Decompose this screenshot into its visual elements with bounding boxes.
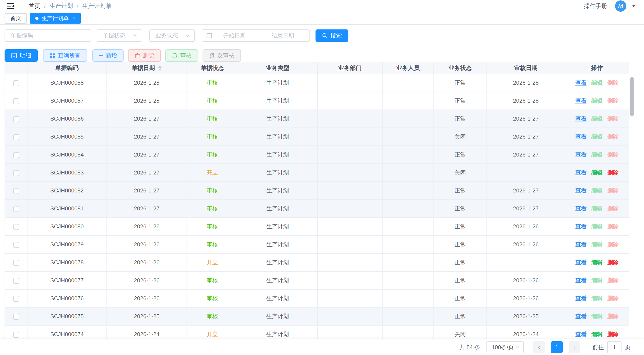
edit-link[interactable]: 编辑 xyxy=(592,98,603,104)
row-checkbox[interactable] xyxy=(13,80,19,86)
row-checkbox[interactable] xyxy=(13,332,19,338)
query-all-button[interactable]: 查询所有 xyxy=(43,49,87,62)
next-page-button[interactable]: › xyxy=(569,341,580,353)
edit-link[interactable]: 编辑 xyxy=(592,151,603,158)
edit-link[interactable]: 编辑 xyxy=(592,295,603,302)
delete-link[interactable]: 删除 xyxy=(608,223,619,230)
delete-link[interactable]: 删除 xyxy=(608,331,619,338)
code-search-input[interactable]: 单据编码 xyxy=(4,30,91,42)
view-link[interactable]: 查看 xyxy=(576,116,587,122)
view-link[interactable]: 查看 xyxy=(576,205,587,212)
row-checkbox[interactable] xyxy=(13,314,19,320)
row-checkbox-cell xyxy=(5,110,27,128)
row-checkbox[interactable] xyxy=(13,170,19,176)
view-link[interactable]: 查看 xyxy=(576,187,587,194)
view-link[interactable]: 查看 xyxy=(576,295,587,302)
tab-close-icon[interactable]: × xyxy=(72,16,76,21)
delete-link[interactable]: 删除 xyxy=(608,205,619,212)
edit-link[interactable]: 编辑 xyxy=(592,259,603,266)
breadcrumb: 首页 / 生产计划 / 生产计划单 xyxy=(28,2,112,10)
current-page-button[interactable]: 1 xyxy=(551,341,563,353)
unaudit-button[interactable]: 反审核 xyxy=(202,49,241,62)
audit-button[interactable]: 审核 xyxy=(165,49,198,62)
add-button[interactable]: + 新增 xyxy=(92,49,124,62)
date-range-picker[interactable]: 开始日期 - 结束日期 xyxy=(202,30,310,42)
manual-link[interactable]: 操作手册 xyxy=(584,2,607,10)
delete-link[interactable]: 删除 xyxy=(608,187,619,194)
edit-link[interactable]: 编辑 xyxy=(592,241,603,248)
breadcrumb-home[interactable]: 首页 xyxy=(28,2,40,10)
edit-link[interactable]: 编辑 xyxy=(592,187,603,194)
view-link[interactable]: 查看 xyxy=(576,331,587,338)
end-date-input[interactable]: 结束日期 xyxy=(260,32,305,40)
row-checkbox[interactable] xyxy=(13,242,19,248)
detail-button[interactable]: 明细 xyxy=(4,49,38,62)
view-link[interactable]: 查看 xyxy=(576,259,587,266)
row-checkbox[interactable] xyxy=(13,224,19,230)
row-checkbox[interactable] xyxy=(13,278,19,284)
cell-code: SCJH000084 xyxy=(27,146,107,164)
edit-link[interactable]: 编辑 xyxy=(592,277,603,284)
row-checkbox[interactable] xyxy=(13,98,19,104)
biz-status-select[interactable]: 业务状态 xyxy=(149,30,195,42)
cell-doc-status: 审核 xyxy=(187,236,238,254)
view-link[interactable]: 查看 xyxy=(576,151,587,158)
tab-production-plan[interactable]: 生产计划单 × xyxy=(30,13,81,24)
cell-date: 2026-1-28 xyxy=(107,92,187,110)
row-checkbox[interactable] xyxy=(13,152,19,158)
row-checkbox[interactable] xyxy=(13,260,19,266)
search-button[interactable]: 搜索 xyxy=(316,30,348,42)
delete-link[interactable]: 删除 xyxy=(608,259,619,266)
page-size-select[interactable]: 100条/页 xyxy=(486,341,524,353)
delete-link[interactable]: 删除 xyxy=(608,98,619,104)
edit-link[interactable]: 编辑 xyxy=(592,331,603,338)
row-checkbox[interactable] xyxy=(13,188,19,194)
row-checkbox[interactable] xyxy=(13,134,19,140)
breadcrumb-category[interactable]: 生产计划 xyxy=(50,2,73,10)
goto-page-input[interactable] xyxy=(607,341,622,353)
cell-code: SCJH000080 xyxy=(27,218,107,236)
row-checkbox[interactable] xyxy=(13,206,19,212)
delete-link[interactable]: 删除 xyxy=(608,80,619,86)
edit-link[interactable]: 编辑 xyxy=(592,133,603,140)
tab-home[interactable]: 首页 xyxy=(4,13,26,24)
view-link[interactable]: 查看 xyxy=(576,133,587,140)
user-menu-caret-icon[interactable] xyxy=(632,5,636,7)
delete-link[interactable]: 删除 xyxy=(608,295,619,302)
view-link[interactable]: 查看 xyxy=(576,80,587,86)
view-link[interactable]: 查看 xyxy=(576,169,587,176)
cell-actions: 查看编辑删除 xyxy=(565,92,629,110)
delete-link[interactable]: 删除 xyxy=(608,241,619,248)
row-checkbox[interactable] xyxy=(13,296,19,302)
view-link[interactable]: 查看 xyxy=(576,223,587,230)
row-checkbox[interactable] xyxy=(13,116,19,122)
delete-link[interactable]: 删除 xyxy=(608,116,619,122)
delete-link[interactable]: 删除 xyxy=(608,133,619,140)
edit-link[interactable]: 编辑 xyxy=(592,80,603,86)
sort-icon[interactable] xyxy=(158,66,162,71)
top-navbar: 首页 / 生产计划 / 生产计划单 操作手册 M xyxy=(0,0,644,12)
delete-link[interactable]: 删除 xyxy=(608,277,619,284)
edit-link[interactable]: 编辑 xyxy=(592,223,603,230)
prev-page-button[interactable]: ‹ xyxy=(533,341,545,353)
vertical-scrollbar[interactable] xyxy=(630,77,634,116)
avatar[interactable]: M xyxy=(615,0,626,12)
delete-link[interactable]: 删除 xyxy=(608,151,619,158)
view-link[interactable]: 查看 xyxy=(576,241,587,248)
sidebar-collapse-icon[interactable] xyxy=(6,2,15,10)
calendar-icon xyxy=(206,32,212,38)
doc-status-select[interactable]: 单据状态 xyxy=(97,30,142,42)
header-date[interactable]: 单据日期 xyxy=(107,62,187,74)
delete-link[interactable]: 删除 xyxy=(608,313,619,320)
edit-link[interactable]: 编辑 xyxy=(592,313,603,320)
delete-button[interactable]: 删除 xyxy=(128,49,161,62)
start-date-input[interactable]: 开始日期 xyxy=(212,32,257,40)
delete-link[interactable]: 删除 xyxy=(608,169,619,176)
view-link[interactable]: 查看 xyxy=(576,313,587,320)
edit-link[interactable]: 编辑 xyxy=(592,116,603,122)
cell-biz-dept xyxy=(318,128,382,146)
view-link[interactable]: 查看 xyxy=(576,277,587,284)
edit-link[interactable]: 编辑 xyxy=(592,169,603,176)
edit-link[interactable]: 编辑 xyxy=(592,205,603,212)
view-link[interactable]: 查看 xyxy=(576,98,587,104)
